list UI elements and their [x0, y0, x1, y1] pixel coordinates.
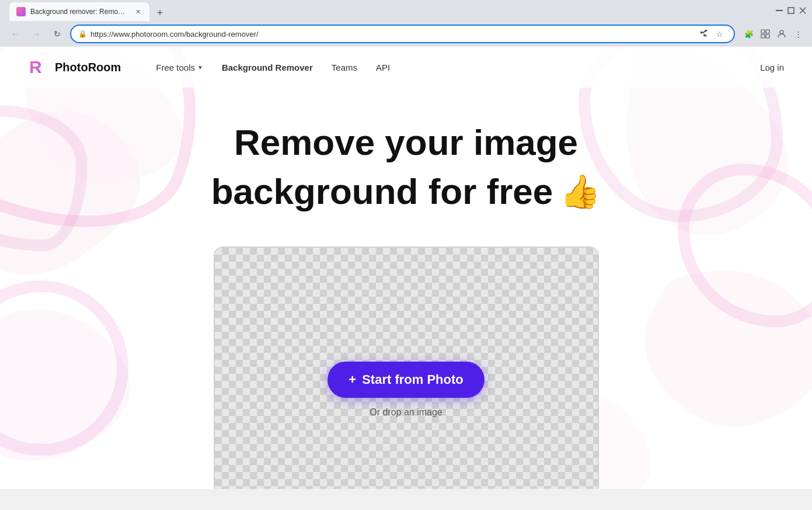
logo[interactable]: R PhotoRoom	[28, 57, 121, 78]
chevron-down-icon: ▼	[197, 64, 203, 71]
back-button[interactable]: ←	[7, 26, 23, 42]
nav-links: Free tools ▼ Background Remover Teams AP…	[156, 63, 390, 72]
tab-close-button[interactable]: ✕	[133, 7, 142, 16]
svg-rect-1	[788, 8, 794, 13]
url-input[interactable]	[90, 30, 693, 39]
page: R PhotoRoom Free tools ▼ Background Remo…	[0, 47, 812, 489]
api-nav-link[interactable]: API	[376, 63, 390, 72]
upload-dropzone[interactable]: + Start from Photo Or drop an image	[214, 247, 599, 489]
logo-icon: R	[28, 57, 49, 78]
background-remover-nav-link[interactable]: Background Remover	[222, 63, 313, 72]
free-tools-nav-link[interactable]: Free tools ▼	[156, 63, 203, 72]
lock-icon: 🔒	[78, 30, 87, 38]
svg-rect-0	[776, 10, 783, 11]
tab-title: Background remover: Remove y...	[30, 8, 128, 16]
url-bar[interactable]: 🔒 ☆	[70, 25, 735, 43]
menu-icon[interactable]: ⋮	[791, 27, 805, 41]
svg-rect-7	[766, 34, 769, 38]
url-actions: ☆	[696, 27, 727, 41]
close-button[interactable]	[798, 6, 807, 15]
start-from-photo-button[interactable]: + Start from Photo	[327, 362, 484, 398]
profile-icon[interactable]	[775, 27, 789, 41]
window-controls	[775, 6, 807, 15]
upload-button-label: Start from Photo	[362, 372, 463, 387]
svg-rect-4	[761, 30, 765, 33]
upload-section: + Start from Photo Or drop an image	[0, 235, 812, 489]
new-tab-button[interactable]: +	[152, 5, 168, 21]
reload-button[interactable]: ↻	[49, 26, 65, 42]
logo-text: PhotoRoom	[55, 61, 121, 74]
drop-image-label: Or drop an image	[370, 407, 442, 418]
plus-icon: +	[349, 372, 356, 387]
tab-favicon	[16, 7, 26, 16]
hero-section: Remove your image background for free 👍	[0, 88, 812, 235]
browser-chrome: Background remover: Remove y... ✕ + ← → …	[0, 0, 812, 47]
svg-point-8	[780, 30, 783, 34]
forward-button[interactable]: →	[28, 26, 44, 42]
teams-nav-link[interactable]: Teams	[332, 63, 357, 72]
navbar: R PhotoRoom Free tools ▼ Background Remo…	[0, 47, 812, 88]
active-tab[interactable]: Background remover: Remove y... ✕	[9, 2, 149, 21]
extensions-icon[interactable]: 🧩	[742, 27, 756, 41]
hero-title: Remove your image background for free 👍	[12, 123, 800, 211]
login-link[interactable]: Log in	[760, 63, 784, 72]
share-icon[interactable]	[696, 27, 710, 41]
browser-actions: 🧩 ⋮	[742, 27, 805, 41]
bookmark-icon[interactable]: ☆	[713, 27, 727, 41]
title-bar: Background remover: Remove y... ✕ +	[0, 0, 812, 21]
svg-rect-6	[761, 34, 765, 38]
minimize-button[interactable]	[775, 6, 784, 15]
svg-text:R: R	[29, 57, 42, 77]
svg-rect-5	[766, 30, 769, 33]
address-bar: ← → ↻ 🔒 ☆ 🧩 ⋮	[0, 21, 812, 47]
maximize-button[interactable]	[786, 6, 796, 15]
tab-bar: Background remover: Remove y... ✕ +	[5, 0, 772, 21]
thumbsup-emoji: 👍	[560, 174, 601, 210]
profile-window-icon[interactable]	[758, 27, 772, 41]
